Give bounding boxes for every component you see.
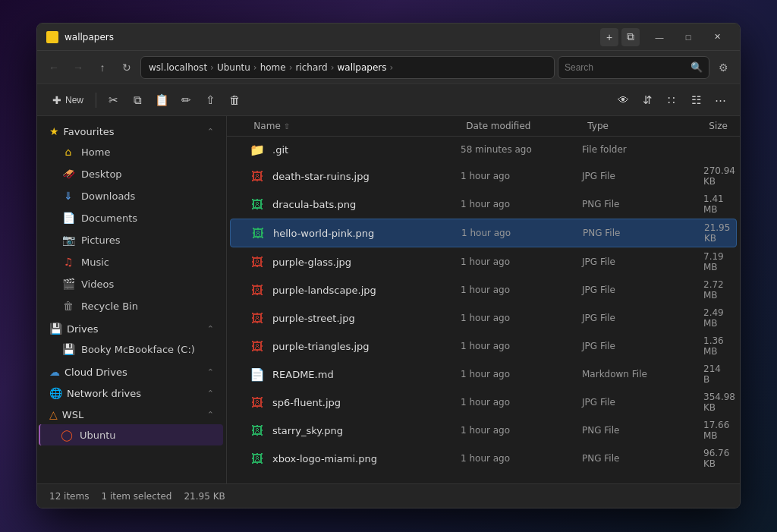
file-row[interactable]: 🖼 purple-street.jpg 1 hour ago JPG File … (230, 304, 737, 332)
file-row[interactable]: 📁 .git 58 minutes ago File folder (230, 137, 737, 162)
col-header-size[interactable]: Size (709, 121, 728, 131)
file-type: JPG File (582, 397, 703, 408)
file-area: Name ⇧ Date modified Type Size 📁 .git 58… (227, 116, 740, 483)
wsl-header[interactable]: △ WSL ⌃ (40, 405, 223, 423)
file-row[interactable]: 🖼 starry_sky.png 1 hour ago PNG File 17.… (230, 417, 737, 444)
sort-asc-icon: ⇧ (284, 122, 290, 131)
file-row[interactable]: 🖼 hello-world-pink.png 1 hour ago PNG Fi… (230, 219, 737, 247)
toolbar-separator-1 (96, 93, 96, 108)
file-row[interactable]: 🖼 xbox-logo-miami.png 1 hour ago PNG Fil… (230, 445, 737, 472)
wsl-icon: △ (49, 408, 58, 420)
path-part-home[interactable]: home (260, 62, 286, 73)
path-part-wsl[interactable]: wsl.localhost (149, 62, 207, 73)
file-name: purple-glass.jpg (272, 257, 461, 268)
close-button[interactable]: ✕ (703, 27, 731, 48)
file-size: 1.41 MB (703, 194, 725, 215)
downloads-icon: ⇓ (61, 189, 75, 203)
file-size: 7.19 MB (703, 251, 725, 272)
file-date: 1 hour ago (461, 369, 582, 379)
toolbar: ✚ New ✂ ⧉ 📋 ✏ ⇧ 🗑 👁 ⇵ ∷ ☷ ⋯ (37, 84, 740, 116)
file-icon: 🖼 (248, 253, 266, 271)
file-type: Markdown File (582, 369, 703, 379)
sidebar-item-recycle-bin[interactable]: 🗑 Recycle Bin (40, 295, 223, 316)
new-tab-button[interactable]: + (600, 28, 618, 46)
sidebar-item-drive-c[interactable]: 💾 Booky McBookface (C:) (40, 338, 223, 360)
path-part-wallpapers[interactable]: wallpapers (337, 62, 386, 73)
file-date: 1 hour ago (461, 171, 582, 181)
sidebar-item-ubuntu[interactable]: ◯ Ubuntu (39, 424, 223, 445)
up-button[interactable]: ↑ (92, 57, 113, 78)
paste-button[interactable]: 📋 (151, 90, 172, 111)
sidebar-item-home[interactable]: ⌂ Home (40, 141, 223, 162)
sidebar-item-documents[interactable]: 📄 Documents (40, 207, 223, 228)
view-toggle-button[interactable]: 👁 (612, 90, 634, 111)
sidebar-item-music[interactable]: ♫ Music (40, 251, 223, 272)
file-row[interactable]: 🖼 purple-landscape.jpg 1 hour ago JPG Fi… (230, 276, 737, 304)
maximize-button[interactable]: □ (675, 27, 702, 48)
rename-button[interactable]: ✏ (175, 90, 197, 111)
music-icon: ♫ (61, 255, 75, 269)
favourites-section: ★ Favourites ⌃ ⌂ Home 🛷 Desktop ⇓ Downlo… (37, 122, 226, 316)
sidebar-item-videos[interactable]: 🎬 Videos (40, 273, 223, 294)
search-box: 🔍 (558, 56, 709, 79)
window-controls: — □ ✕ (646, 27, 731, 48)
path-part-ubuntu[interactable]: Ubuntu (217, 62, 250, 73)
share-button[interactable]: ⇧ (200, 90, 221, 111)
network-drives-section: 🌐 Network drives ⌃ (37, 384, 226, 402)
back-button[interactable]: ← (43, 57, 64, 78)
search-input[interactable] (565, 62, 686, 73)
file-row[interactable]: 🖼 purple-glass.jpg 1 hour ago JPG File 7… (230, 248, 737, 275)
file-row[interactable]: 🖼 sp6-fluent.jpg 1 hour ago JPG File 354… (230, 389, 737, 416)
col-header-date[interactable]: Date modified (466, 121, 587, 131)
network-drives-header[interactable]: 🌐 Network drives ⌃ (40, 384, 223, 402)
sidebar-item-desktop[interactable]: 🛷 Desktop (40, 163, 223, 184)
chevron-up-icon: ⌃ (207, 127, 214, 137)
file-size: 2.72 MB (703, 279, 725, 301)
file-row[interactable]: 🖼 death-star-ruins.jpg 1 hour ago JPG Fi… (230, 162, 737, 190)
search-icon[interactable]: 🔍 (690, 61, 703, 73)
refresh-button[interactable]: ↻ (116, 57, 137, 78)
favourites-header[interactable]: ★ Favourites ⌃ (40, 122, 223, 140)
network-chevron-icon: ⌃ (207, 389, 214, 398)
file-row[interactable]: 🖼 purple-triangles.jpg 1 hour ago JPG Fi… (230, 332, 737, 360)
star-icon: ★ (49, 125, 59, 137)
new-button[interactable]: ✚ New (46, 90, 90, 111)
split-button[interactable]: ⧉ (621, 28, 640, 46)
col-header-name[interactable]: Name ⇧ (253, 121, 466, 131)
col-header-type[interactable]: Type (587, 121, 709, 131)
forward-button[interactable]: → (68, 57, 89, 78)
file-row[interactable]: 🖼 dracula-bats.png 1 hour ago PNG File 1… (230, 190, 737, 218)
status-bar: 12 items 1 item selected 21.95 KB (37, 483, 740, 508)
drives-section: 💾 Drives ⌃ 💾 Booky McBookface (C:) (37, 320, 226, 360)
file-list: 📁 .git 58 minutes ago File folder 🖼 deat… (227, 137, 740, 483)
minimize-button[interactable]: — (646, 27, 673, 48)
file-size: 2.49 MB (703, 307, 725, 329)
sort-button[interactable]: ⇵ (637, 90, 658, 111)
file-icon: 🖼 (249, 224, 267, 242)
address-path[interactable]: wsl.localhost › Ubuntu › home › richard … (140, 56, 555, 79)
group-button[interactable]: ∷ (661, 90, 682, 111)
cloud-chevron-icon: ⌃ (207, 367, 214, 377)
drives-icon: 💾 (49, 323, 62, 335)
delete-button[interactable]: 🗑 (224, 90, 245, 111)
sidebar-item-pictures[interactable]: 📷 Pictures (40, 229, 223, 250)
file-type: PNG File (582, 199, 703, 209)
settings-button[interactable]: ⚙ (713, 57, 734, 78)
file-date: 1 hour ago (461, 199, 582, 209)
cut-button[interactable]: ✂ (102, 90, 124, 111)
file-icon: 🖼 (248, 393, 266, 411)
more-button[interactable]: ⋯ (709, 90, 731, 111)
file-explorer-window: wallpapers + ⧉ — □ ✕ ← → ↑ ↻ wsl.localho… (36, 23, 741, 508)
copy-button[interactable]: ⧉ (127, 90, 148, 111)
file-date: 1 hour ago (461, 453, 582, 464)
file-icon: 🖼 (248, 421, 266, 439)
file-row[interactable]: 📄 README.md 1 hour ago Markdown File 214… (230, 360, 737, 388)
file-size: 214 B (703, 364, 725, 385)
sidebar-item-downloads[interactable]: ⇓ Downloads (40, 185, 223, 206)
sidebar: ★ Favourites ⌃ ⌂ Home 🛷 Desktop ⇓ Downlo… (37, 116, 227, 483)
cloud-drives-header[interactable]: ☁ Cloud Drives ⌃ (40, 363, 223, 381)
path-part-richard[interactable]: richard (295, 62, 327, 73)
details-button[interactable]: ☷ (685, 90, 706, 111)
drives-header[interactable]: 💾 Drives ⌃ (40, 320, 223, 338)
file-size: 1.36 MB (703, 335, 725, 357)
